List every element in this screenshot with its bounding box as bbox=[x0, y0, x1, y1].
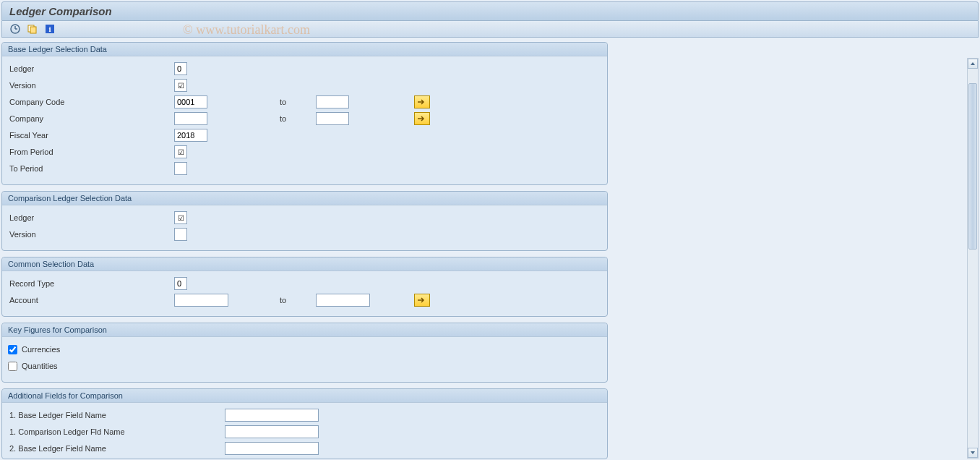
group-base-ledger: Base Ledger Selection Data Ledger Versio… bbox=[1, 42, 608, 185]
multi-select-company[interactable] bbox=[414, 112, 430, 125]
page-title: Ledger Comparison bbox=[1, 1, 979, 21]
input-comp-field-1[interactable] bbox=[225, 425, 319, 438]
label-company: Company bbox=[8, 114, 174, 123]
scroll-down-icon[interactable] bbox=[968, 448, 978, 458]
input-base-field-2[interactable] bbox=[225, 442, 319, 455]
input-comp-version[interactable] bbox=[174, 228, 187, 241]
label-version: Version bbox=[8, 81, 174, 90]
group-comparison-ledger: Comparison Ledger Selection Data Ledger … bbox=[1, 191, 608, 251]
label-to-period: To Period bbox=[8, 164, 174, 173]
input-fiscal-year[interactable] bbox=[174, 129, 207, 142]
input-record-type[interactable] bbox=[174, 277, 187, 290]
multi-select-account[interactable] bbox=[414, 294, 430, 307]
label-to: to bbox=[280, 98, 316, 106]
multi-select-company-code[interactable] bbox=[414, 95, 430, 108]
input-comp-ledger[interactable] bbox=[174, 211, 187, 224]
scroll-up-icon[interactable] bbox=[968, 59, 978, 69]
label-comp-version: Version bbox=[8, 230, 174, 239]
group-header-key-figures: Key Figures for Comparison bbox=[2, 323, 607, 337]
label-comp-field-1: 1. Comparison Ledger Fld Name bbox=[8, 427, 225, 436]
input-company-code-to[interactable] bbox=[316, 95, 349, 108]
group-header-base: Base Ledger Selection Data bbox=[2, 43, 607, 56]
label-quantities: Quantities bbox=[22, 362, 58, 370]
label-from-period: From Period bbox=[8, 148, 174, 156]
group-header-common: Common Selection Data bbox=[2, 257, 607, 271]
label-base-field-1: 1. Base Ledger Field Name bbox=[8, 411, 225, 419]
svg-rect-4 bbox=[30, 27, 36, 33]
checkbox-currencies[interactable] bbox=[8, 345, 17, 354]
input-company-from[interactable] bbox=[174, 112, 207, 125]
label-ledger: Ledger bbox=[8, 64, 174, 73]
scrollbar-thumb[interactable] bbox=[968, 83, 977, 250]
input-account-from[interactable] bbox=[174, 294, 228, 307]
input-base-version[interactable] bbox=[174, 79, 187, 92]
group-additional-fields: Additional Fields for Comparison 1. Base… bbox=[1, 388, 608, 459]
group-key-figures: Key Figures for Comparison Currencies Qu… bbox=[1, 323, 608, 383]
info-icon[interactable]: i bbox=[44, 23, 56, 35]
toolbar: i © www.tutorialkart.com bbox=[1, 21, 979, 38]
label-record-type: Record Type bbox=[8, 279, 174, 288]
label-to: to bbox=[280, 296, 316, 304]
input-to-period[interactable] bbox=[174, 162, 187, 175]
label-base-field-2: 2. Base Ledger Field Name bbox=[8, 444, 225, 453]
watermark-text: © www.tutorialkart.com bbox=[183, 22, 310, 38]
group-header-additional: Additional Fields for Comparison bbox=[2, 389, 607, 403]
input-base-field-1[interactable] bbox=[225, 409, 319, 422]
checkbox-quantities[interactable] bbox=[8, 362, 17, 371]
label-comp-ledger: Ledger bbox=[8, 213, 174, 222]
group-header-comp: Comparison Ledger Selection Data bbox=[2, 192, 607, 205]
execute-icon[interactable] bbox=[9, 23, 21, 35]
input-base-ledger[interactable] bbox=[174, 62, 187, 75]
label-account: Account bbox=[8, 296, 174, 304]
label-fiscal-year: Fiscal Year bbox=[8, 131, 174, 140]
label-company-code: Company Code bbox=[8, 98, 174, 106]
label-currencies: Currencies bbox=[22, 345, 60, 354]
input-company-code-from[interactable] bbox=[174, 95, 207, 108]
input-account-to[interactable] bbox=[316, 294, 370, 307]
get-variant-icon[interactable] bbox=[27, 23, 38, 35]
label-to: to bbox=[280, 114, 316, 123]
scrollbar-track[interactable] bbox=[968, 69, 978, 448]
input-from-period[interactable] bbox=[174, 145, 187, 158]
group-common-selection: Common Selection Data Record Type Accoun… bbox=[1, 257, 608, 317]
svg-text:i: i bbox=[48, 25, 51, 33]
input-company-to[interactable] bbox=[316, 112, 349, 125]
vertical-scrollbar[interactable] bbox=[967, 58, 979, 459]
